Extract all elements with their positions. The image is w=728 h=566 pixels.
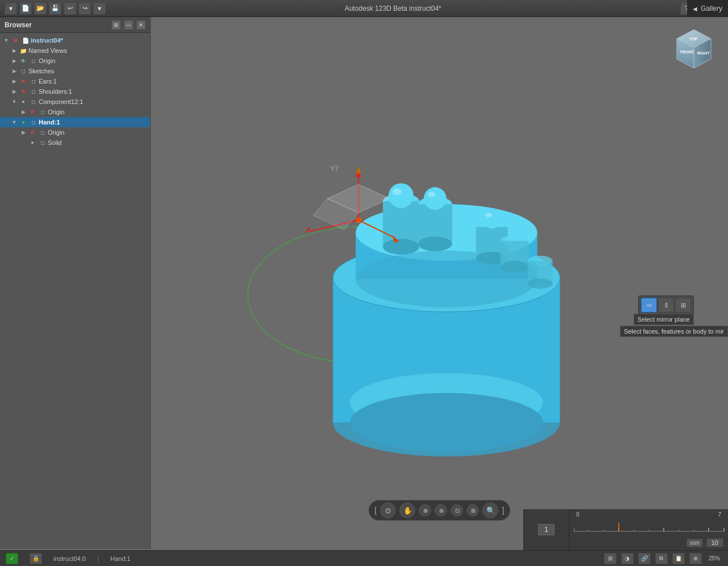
label-shoulders: Shoulders:1 [39,88,150,95]
icon-hand-origin-x: ✖ [27,128,38,136]
new-btn[interactable]: 📄 [19,2,32,15]
nav-lookat-btn[interactable]: ⊞ [467,504,479,517]
viewcube[interactable]: TOP FRONT RIGHT [665,23,717,74]
tree-item-component12[interactable]: ▼ ● □ Component12:1 [0,97,150,107]
browser-close-btn[interactable]: ✕ [136,20,146,30]
tree-item-sketches[interactable]: ▶ □ Sketches [0,66,150,76]
save-btn[interactable]: 💾 [49,2,61,15]
status-sep1: | [97,555,99,563]
titlebar: ▼ 📄 📂 💾 ↩ ↪ ▼ Autodesk 123D Beta instruc… [0,0,728,17]
viewport[interactable]: Y7 [151,17,728,549]
ruler-end-label: 7 [718,511,721,518]
svg-point-35 [418,236,452,251]
mm-label: mm [686,539,703,547]
label-solid: Solid [48,139,150,146]
ruler-controls: mm 10 [569,537,728,548]
more-btn[interactable]: ▼ [93,2,106,15]
browser-title: Browser [5,21,108,29]
arrow-origin: ▶ [10,58,18,64]
icon-hand-origin-doc: □ [38,128,48,136]
tree-root: ▼ ✖ 📄 instruct04* ▶ 📁 Named Views ▶ 👁 □ … [0,33,150,150]
arrow-ears: ▶ [10,78,18,84]
nav-pan-btn[interactable]: ✋ [400,502,416,518]
undo-btn[interactable]: ↩ [64,2,76,15]
nav-toolbar: [ ⊙ ✋ ⊕ ⊛ ⊡ ⊞ 🔍 ] [369,500,511,521]
gallery-arrow[interactable]: ◀ [693,6,697,12]
icon-comp12-doc: □ [28,98,39,106]
icon-solid-doc: □ [38,139,48,147]
status-icon-2[interactable]: ◑ [621,553,634,564]
browser-grid-btn[interactable]: ⊞ [111,20,121,30]
icon-root-doc: 📄 [20,36,31,44]
ruler-start-label: 0 [576,511,580,518]
status-lock-btn[interactable]: 🔒 [30,553,42,564]
tree-item-solid[interactable]: ● □ Solid [0,138,150,148]
svg-point-38 [392,188,402,195]
ruler-area: 0 7 mm 10 [569,509,728,550]
svg-point-26 [350,393,543,452]
open-btn[interactable]: 📂 [34,2,47,15]
browser-header: Browser ⊞ — ✕ [0,17,150,33]
status-icon-3[interactable]: 🔗 [638,553,651,564]
nav-right-bracket: ] [502,506,504,515]
coord-value-display[interactable]: 1 [538,524,555,535]
status-file: instruct04:0 [53,555,86,562]
arrow-named-views: ▶ [10,48,18,53]
status-icon-5[interactable]: 📋 [672,553,685,564]
tree-item-hand[interactable]: ▼ ● □ Hand:1 [0,117,150,127]
arrow-component12: ▼ [10,99,18,105]
label-component12: Component12:1 [39,98,150,105]
tree-item-root[interactable]: ▼ ✖ 📄 instruct04* [0,35,150,45]
status-ok-btn[interactable]: ✓ [6,553,18,564]
arrow-sketches: ▶ [10,68,18,74]
svg-point-44 [482,208,502,228]
svg-text:TOP: TOP [689,37,698,41]
svg-text:FRONT: FRONT [680,50,694,54]
icon-solid-eye: ● [27,139,38,147]
nav-freeorbit-btn[interactable]: ⊛ [435,504,448,517]
label-named-views: Named Views [28,47,150,54]
gallery-label[interactable]: Gallery [701,5,722,13]
label-hand: Hand:1 [39,119,150,126]
arrow-comp12-origin: ▶ [19,109,27,115]
nav-zoomfit-btn[interactable]: ⊕ [419,504,432,517]
icon-named-views: 📁 [18,47,28,55]
mirror-btn-3[interactable]: ⊞ [675,298,691,313]
arrow-root: ▼ [2,38,10,43]
svg-text:Y7: Y7 [330,165,338,173]
icon-shoulders-x: ✖ [18,88,28,95]
nav-orbit-btn[interactable]: ⊙ [380,502,396,518]
svg-point-51 [528,278,553,289]
label-origin: Origin [39,57,150,64]
ruler-ticks [574,520,728,537]
status-component: Hand:1 [110,555,130,562]
arrow-shoulders: ▶ [10,89,18,94]
mirror-btn-1[interactable]: ⇔ [641,298,657,313]
icon-sketches-doc: □ [18,67,28,75]
svg-point-48 [500,261,529,272]
status-icon-1[interactable]: ⊞ [604,553,617,564]
mirror-btn-2[interactable]: ⇕ [658,298,674,313]
statusbar: ✓ 🔒 instruct04:0 | Hand:1 ⊞ ◑ 🔗 ⚙ 📋 ⊕ 25… [0,550,728,566]
nav-left-bracket: [ [375,506,377,515]
svg-text:RIGHT: RIGHT [697,51,710,55]
icon-comp12-origin-x: ✖ [27,108,38,116]
tree-item-hand-origin[interactable]: ▶ ✖ □ Origin [0,127,150,138]
nav-boxsel-btn[interactable]: ⊡ [451,504,464,517]
tree-item-ears[interactable]: ▶ ✖ □ Ears:1 [0,76,150,86]
icon-shoulders-doc: □ [28,88,39,95]
tree-item-origin[interactable]: ▶ 👁 □ Origin [0,56,150,66]
icon-comp12-eye: ● [18,98,28,106]
icon-ears-x: ✖ [18,77,28,85]
tree-item-named-views[interactable]: ▶ 📁 Named Views [0,45,150,56]
app-menu-btn[interactable]: ▼ [5,2,17,15]
status-icon-4[interactable]: ⚙ [655,553,668,564]
tree-item-comp12-origin[interactable]: ▶ ✖ □ Origin [0,107,150,117]
tree-item-shoulders[interactable]: ▶ ✖ □ Shoulders:1 [0,86,150,97]
browser-collapse-btn[interactable]: — [124,20,133,30]
status-icon-6[interactable]: ⊕ [689,553,702,564]
svg-point-32 [383,239,419,255]
nav-zoom-btn[interactable]: 🔍 [483,502,499,518]
redo-btn[interactable]: ↪ [78,2,91,15]
icon-origin-eye: 👁 [18,57,28,65]
